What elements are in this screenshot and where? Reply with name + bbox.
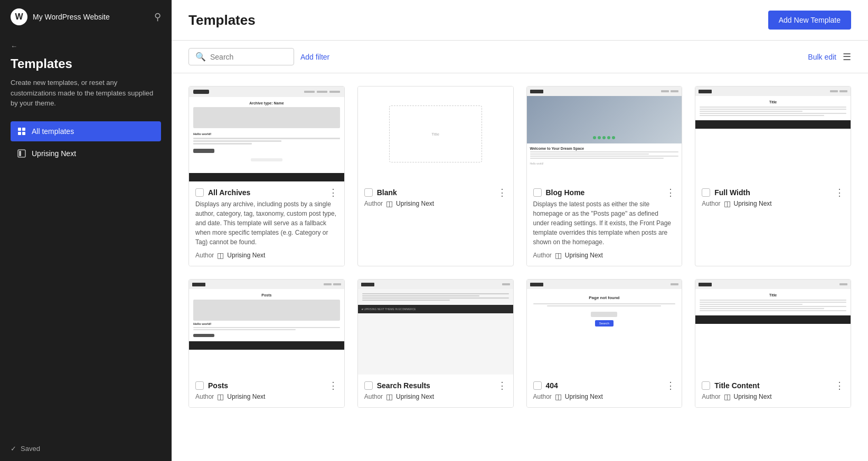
author-theme-name-all-archives: Uprising Next [227, 252, 265, 259]
template-author-row-blank: Author ◫ Uprising Next [364, 199, 507, 208]
back-button[interactable]: ← [11, 42, 161, 50]
template-card-all-archives[interactable]: Archive type: Name Hello world! [188, 86, 345, 266]
theme-icon: ◫ [555, 392, 562, 401]
author-label: Author [364, 393, 383, 400]
sidebar-item-uprising-next-label: Uprising Next [32, 149, 76, 158]
kebab-menu-blank[interactable]: ⋮ [497, 188, 507, 197]
theme-icon: ◫ [386, 392, 393, 401]
site-name: My WordPress Website [33, 13, 110, 21]
theme-icon: ◫ [217, 251, 224, 260]
template-preview-title-content: Title [695, 280, 851, 374]
svg-rect-0 [18, 128, 21, 131]
author-label: Author [364, 200, 383, 207]
theme-icon: ◫ [217, 392, 224, 401]
author-theme-name-blog-home: Uprising Next [565, 252, 603, 259]
author-theme-name-full-width: Uprising Next [734, 200, 772, 207]
template-info-posts: Posts ⋮ Author ◫ Uprising Next [189, 374, 344, 407]
template-name-row: All Archives ⋮ [195, 188, 338, 197]
kebab-menu-404[interactable]: ⋮ [666, 381, 675, 390]
sidebar-item-all-templates[interactable]: All templates [11, 121, 161, 141]
template-name-row: Search Results ⋮ [364, 381, 507, 390]
author-label: Author [702, 393, 720, 400]
template-preview-all-archives: Archive type: Name Hello world! [189, 87, 344, 181]
template-checkbox-search[interactable] [364, 381, 373, 390]
svg-rect-1 [22, 128, 25, 131]
sidebar-item-uprising-next[interactable]: Uprising Next [11, 143, 161, 164]
wp-logo-icon: W [11, 8, 27, 25]
check-icon: ✓ [11, 445, 16, 453]
sidebar-description: Create new templates, or reset any custo… [11, 78, 161, 109]
add-filter-button[interactable]: Add filter [300, 53, 329, 61]
template-preview-search: ★ UPRISING NEXT THEME IN ECOMMERCE [358, 280, 513, 374]
template-name-blank: Blank [377, 188, 397, 197]
svg-rect-5 [19, 151, 21, 156]
template-card-title-content[interactable]: Title Title Content [695, 279, 851, 408]
template-checkbox-title-content[interactable] [702, 381, 710, 390]
template-info-search: Search Results ⋮ Author ◫ Uprising Next [358, 374, 513, 407]
template-card-search[interactable]: ★ UPRISING NEXT THEME IN ECOMMERCE Searc… [357, 279, 514, 408]
author-theme-name-search: Uprising Next [396, 393, 434, 400]
template-card-full-width[interactable]: Title Full Width [695, 86, 851, 266]
author-label: Author [702, 200, 720, 207]
template-name-posts: Posts [208, 381, 228, 390]
kebab-menu-full-width[interactable]: ⋮ [835, 188, 844, 197]
template-card-posts[interactable]: Posts Hello world! Posts [188, 279, 345, 408]
sidebar-header: W My WordPress Website ⚲ [0, 0, 172, 34]
kebab-menu-posts[interactable]: ⋮ [328, 381, 338, 390]
sidebar: W My WordPress Website ⚲ ← Templates Cre… [0, 0, 172, 461]
template-preview-blank: Title [358, 87, 513, 181]
template-checkbox-blog-home[interactable] [533, 188, 542, 197]
template-checkbox-404[interactable] [533, 381, 542, 390]
template-preview-blog-home: Welcome to Your Dream Space Hello world! [527, 87, 682, 181]
template-card-blank[interactable]: Title Blank ⋮ Author ◫ Uprising Next [357, 86, 514, 266]
template-checkbox-blank[interactable] [364, 188, 373, 197]
template-name-all-archives: All Archives [208, 188, 250, 197]
template-preview-posts: Posts Hello world! [189, 280, 344, 374]
template-name-full-width: Full Width [714, 188, 750, 197]
chevron-left-icon: ← [11, 42, 17, 50]
sidebar-item-all-templates-label: All templates [32, 127, 74, 136]
template-name-row: Blog Home ⋮ [533, 188, 676, 197]
template-description-blog-home: Displays the latest posts as either the … [533, 199, 676, 247]
template-checkbox-full-width[interactable] [702, 188, 710, 197]
sidebar-title: Templates [11, 56, 161, 71]
template-name-row: Blank ⋮ [364, 188, 507, 197]
template-author-row-search: Author ◫ Uprising Next [364, 392, 507, 401]
svg-rect-2 [18, 132, 21, 135]
kebab-menu-blog-home[interactable]: ⋮ [666, 188, 675, 197]
template-info-404: 404 ⋮ Author ◫ Uprising Next [527, 374, 682, 407]
theme-icon: ◫ [555, 251, 562, 260]
theme-icon: ◫ [724, 199, 731, 208]
author-theme-name-404: Uprising Next [565, 393, 603, 400]
kebab-menu-all-archives[interactable]: ⋮ [328, 188, 338, 197]
toolbar: 🔍 Add filter Bulk edit ☰ [172, 41, 868, 73]
theme-icon [17, 149, 26, 158]
saved-label: Saved [21, 445, 40, 453]
template-card-404[interactable]: Page not found Search 404 [526, 279, 683, 408]
main-header: Templates Add New Template [172, 0, 868, 41]
template-name-search: Search Results [377, 381, 430, 390]
template-checkbox-posts[interactable] [195, 381, 204, 390]
templates-grid: Archive type: Name Hello world! [172, 73, 868, 461]
template-preview-full-width: Title [695, 87, 851, 181]
template-name-row: Posts ⋮ [195, 381, 338, 390]
theme-icon: ◫ [386, 199, 393, 208]
template-checkbox-all-archives[interactable] [195, 188, 204, 197]
template-author-row-all-archives: Author ◫ Uprising Next [195, 251, 338, 260]
toolbar-right: Bulk edit ☰ [808, 51, 851, 63]
filter-icon[interactable]: ☰ [843, 51, 851, 63]
template-card-blog-home[interactable]: Welcome to Your Dream Space Hello world!… [526, 86, 683, 266]
bulk-edit-button[interactable]: Bulk edit [808, 53, 836, 61]
template-info-blog-home: Blog Home ⋮ Displays the latest posts as… [527, 181, 682, 266]
template-name-row: 404 ⋮ [533, 381, 676, 390]
template-name-title-content: Title Content [714, 381, 759, 390]
kebab-menu-search[interactable]: ⋮ [497, 381, 507, 390]
search-input[interactable] [210, 53, 287, 61]
search-icon[interactable]: ⚲ [154, 11, 161, 23]
author-theme-name-title-content: Uprising Next [734, 393, 772, 400]
grid-icon [17, 127, 26, 136]
main-content: Templates Add New Template 🔍 Add filter … [172, 0, 868, 461]
kebab-menu-title-content[interactable]: ⋮ [835, 381, 844, 390]
search-box[interactable]: 🔍 [188, 48, 294, 65]
add-new-template-button[interactable]: Add New Template [768, 11, 851, 30]
